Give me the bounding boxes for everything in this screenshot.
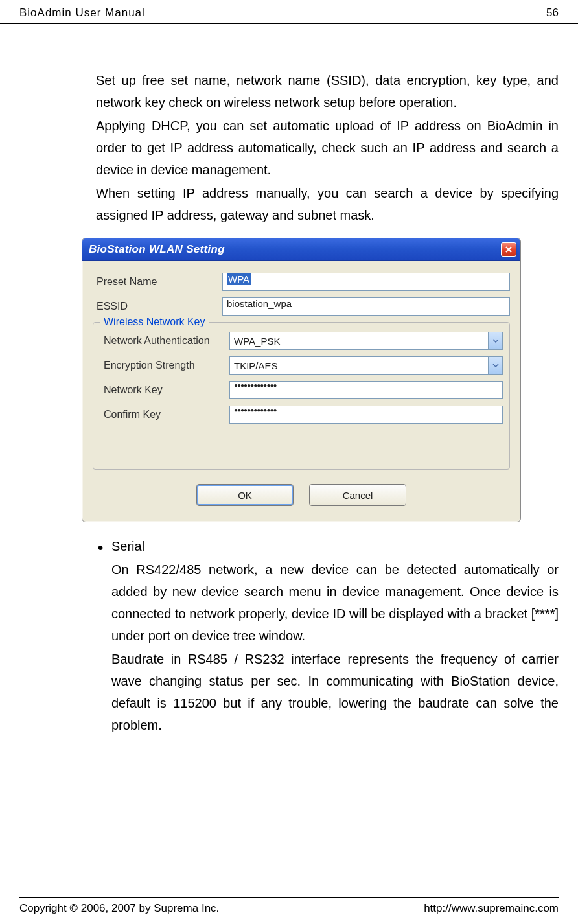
footer-url: http://www.supremainc.com (424, 902, 559, 915)
net-auth-value: WPA_PSK (234, 336, 280, 347)
enc-strength-label: Encryption Strength (100, 360, 229, 371)
essid-row: ESSID biostation_wpa (93, 297, 510, 316)
intro-text: Set up free set name, network name (SSID… (96, 69, 559, 226)
intro-paragraph-3: When setting IP address manually, you ca… (96, 182, 559, 226)
enc-strength-value: TKIP/AES (234, 360, 278, 371)
preset-name-row: Preset Name WPA (93, 273, 510, 291)
page-header: BioAdmin User Manual 56 (0, 0, 578, 24)
dialog-titlebar[interactable]: BioStation WLAN Setting (82, 238, 520, 261)
net-auth-label: Network Authentication (100, 335, 229, 347)
footer-copyright: Copyright © 2006, 2007 by Suprema Inc. (19, 902, 219, 915)
page-footer: Copyright © 2006, 2007 by Suprema Inc. h… (19, 897, 559, 915)
intro-paragraph-2: Applying DHCP, you can set automatic upl… (96, 115, 559, 181)
preset-name-value: WPA (227, 273, 251, 285)
intro-paragraph-1: Set up free set name, network name (SSID… (96, 69, 559, 113)
wlan-setting-dialog: BioStation WLAN Setting Preset Name WPA … (82, 238, 521, 522)
confirm-key-input[interactable]: ●●●●●●●●●●●●● (229, 406, 503, 424)
net-auth-combobox[interactable]: WPA_PSK (229, 332, 503, 350)
serial-heading: Serial (111, 535, 144, 557)
confirm-key-row: Confirm Key ●●●●●●●●●●●●● (100, 406, 503, 424)
page-number: 56 (546, 6, 559, 19)
dialog-title: BioStation WLAN Setting (89, 243, 225, 256)
bullet-icon: ● (96, 538, 105, 557)
serial-section: ● Serial On RS422/485 network, a new dev… (96, 535, 559, 736)
close-icon (505, 246, 513, 253)
serial-body: On RS422/485 network, a new device can b… (111, 559, 559, 736)
enc-strength-row: Encryption Strength TKIP/AES (100, 356, 503, 375)
net-auth-row: Network Authentication WPA_PSK (100, 332, 503, 350)
doc-title: BioAdmin User Manual (19, 6, 145, 19)
dialog-button-row: OK Cancel (93, 484, 510, 506)
preset-name-label: Preset Name (93, 276, 222, 288)
serial-paragraph-1: On RS422/485 network, a new device can b… (111, 559, 559, 647)
dropdown-arrow (488, 357, 502, 374)
enc-strength-combobox[interactable]: TKIP/AES (229, 356, 503, 375)
dropdown-arrow (488, 332, 502, 349)
ok-button[interactable]: OK (196, 484, 294, 506)
preset-name-input[interactable]: WPA (222, 273, 510, 291)
page-content: Set up free set name, network name (SSID… (0, 24, 578, 736)
confirm-key-label: Confirm Key (100, 409, 229, 421)
close-button[interactable] (501, 242, 516, 257)
serial-bullet: ● Serial (96, 535, 559, 557)
essid-input[interactable]: biostation_wpa (222, 297, 510, 316)
network-key-input[interactable]: ●●●●●●●●●●●●● (229, 381, 503, 399)
cancel-button[interactable]: Cancel (309, 484, 406, 506)
network-key-row: Network Key ●●●●●●●●●●●●● (100, 381, 503, 399)
dialog-body: Preset Name WPA ESSID biostation_wpa Wir… (82, 261, 520, 522)
serial-paragraph-2: Baudrate in RS485 / RS232 interface repr… (111, 648, 559, 736)
wireless-key-legend: Wireless Network Key (100, 316, 209, 328)
network-key-label: Network Key (100, 384, 229, 396)
essid-label: ESSID (93, 301, 222, 312)
chevron-down-icon (492, 364, 499, 367)
wireless-key-fieldset: Wireless Network Key Network Authenticat… (93, 322, 510, 470)
chevron-down-icon (492, 339, 499, 343)
